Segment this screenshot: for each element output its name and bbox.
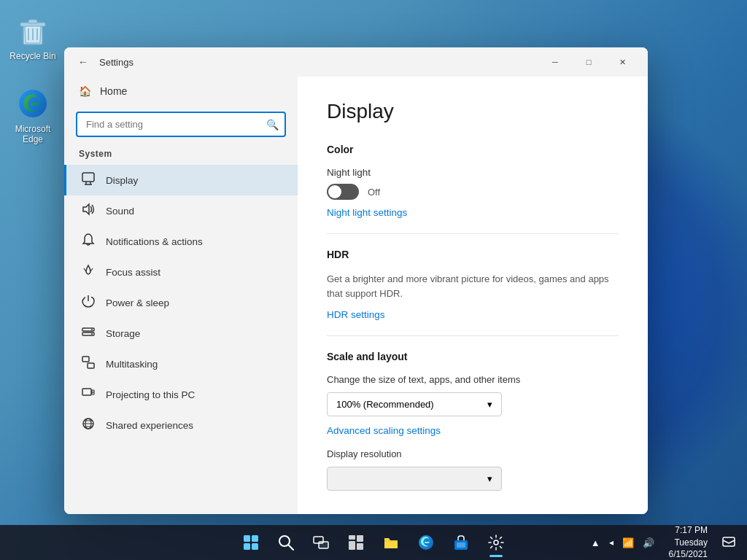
- taskbar-right: ▲ ◂ 📶 🔊 7:17 PM Tuesday 6/15/2021: [588, 521, 738, 560]
- file-explorer-button[interactable]: [375, 526, 407, 559]
- taskbar: ▲ ◂ 📶 🔊 7:17 PM Tuesday 6/15/2021: [0, 525, 747, 560]
- sidebar-item-focus[interactable]: Focus assist: [64, 257, 298, 287]
- window-title: Settings: [99, 57, 133, 68]
- settings-taskbar-button[interactable]: [480, 526, 512, 559]
- focus-icon: [81, 264, 96, 280]
- advanced-scaling-link[interactable]: Advanced scaling settings: [327, 425, 441, 436]
- svg-point-14: [91, 329, 93, 330]
- close-button[interactable]: ✕: [605, 50, 639, 74]
- main-content: Display Color Night light Off Night ligh…: [298, 77, 648, 514]
- scale-section-title: Scale and layout: [327, 351, 619, 362]
- svg-rect-35: [357, 535, 363, 542]
- projecting-label: Projecting to this PC: [106, 389, 195, 400]
- title-bar: ← Settings ─ □ ✕: [64, 47, 648, 77]
- svg-rect-18: [82, 389, 91, 395]
- svg-point-41: [494, 540, 498, 545]
- display-icon: [81, 172, 96, 188]
- search-icon: 🔍: [266, 119, 279, 131]
- recycle-bin-image: [15, 13, 50, 48]
- svg-rect-36: [349, 541, 355, 550]
- sidebar: 🏠 Home 🔍 System: [64, 77, 298, 514]
- taskbar-center: [235, 526, 512, 559]
- sidebar-item-storage[interactable]: Storage: [64, 318, 298, 349]
- sound-label: Sound: [106, 206, 134, 217]
- resolution-row: Display resolution ▾: [327, 448, 619, 491]
- home-nav-item[interactable]: 🏠 Home: [64, 77, 298, 106]
- scale-dropdown[interactable]: 100% (Recommended) ▾: [327, 392, 502, 416]
- storage-icon: [81, 325, 96, 341]
- location-icon: ◂: [606, 536, 616, 549]
- power-icon: [81, 295, 96, 311]
- desktop: Recycle Bin Microsoft Edge: [0, 0, 747, 560]
- scale-sublabel: Change the size of text, apps, and other…: [327, 374, 619, 385]
- home-icon: 🏠: [79, 85, 91, 97]
- sidebar-item-shared[interactable]: Shared experiences: [64, 410, 298, 440]
- svg-line-31: [289, 545, 294, 551]
- edge-desktop-icon[interactable]: Microsoft Edge: [4, 80, 62, 150]
- svg-rect-16: [82, 357, 89, 362]
- night-light-row: Night light Off Night light settings: [327, 167, 619, 219]
- sidebar-item-notifications[interactable]: Notifications & actions: [64, 226, 298, 257]
- storage-label: Storage: [106, 328, 140, 339]
- resolution-label: Display resolution: [327, 448, 619, 459]
- hdr-settings-link[interactable]: HDR settings: [327, 309, 385, 320]
- svg-point-15: [91, 333, 93, 335]
- recycle-bin-icon[interactable]: Recycle Bin: [4, 7, 62, 67]
- sidebar-section-title: System: [64, 146, 298, 165]
- shared-icon: [81, 417, 96, 433]
- sidebar-item-sound[interactable]: Sound: [64, 195, 298, 226]
- store-button[interactable]: [445, 526, 477, 559]
- edge-image: [15, 86, 50, 121]
- svg-rect-2: [28, 20, 37, 23]
- network-icon[interactable]: 📶: [619, 536, 637, 550]
- notifications-label: Notifications & actions: [106, 236, 203, 247]
- svg-rect-17: [88, 363, 94, 368]
- night-light-settings-link[interactable]: Night light settings: [327, 207, 407, 218]
- svg-rect-7: [82, 173, 94, 182]
- volume-icon[interactable]: 🔊: [640, 536, 657, 550]
- scale-dropdown-value: 100% (Recommended): [336, 399, 434, 410]
- widgets-button[interactable]: [340, 526, 372, 559]
- show-hidden-tray-button[interactable]: ▲: [588, 536, 603, 550]
- focus-label: Focus assist: [106, 267, 160, 278]
- home-label: Home: [100, 85, 127, 97]
- clock-date: 6/15/2021: [669, 548, 708, 560]
- edge-taskbar-button[interactable]: [410, 526, 442, 559]
- svg-marker-11: [83, 204, 89, 214]
- night-light-label: Night light: [327, 167, 619, 178]
- sidebar-item-display[interactable]: Display: [64, 165, 298, 195]
- svg-rect-28: [244, 543, 250, 550]
- svg-rect-27: [252, 535, 258, 542]
- content-area: 🏠 Home 🔍 System: [64, 77, 648, 514]
- night-light-toggle[interactable]: [327, 184, 359, 200]
- hdr-section-title: HDR: [327, 249, 619, 260]
- multitasking-label: Multitasking: [106, 359, 158, 370]
- resolution-chevron-icon: ▾: [487, 473, 492, 484]
- resolution-dropdown[interactable]: ▾: [327, 467, 502, 491]
- toggle-off-label: Off: [368, 187, 380, 198]
- start-button[interactable]: [235, 526, 267, 559]
- clock-day: Tuesday: [669, 537, 708, 549]
- minimize-button[interactable]: ─: [538, 50, 572, 74]
- search-input[interactable]: [76, 112, 286, 137]
- back-button[interactable]: ←: [73, 52, 93, 72]
- search-box: 🔍: [76, 112, 286, 137]
- sidebar-item-power[interactable]: Power & sleep: [64, 287, 298, 318]
- shared-label: Shared experiences: [106, 420, 193, 431]
- svg-rect-33: [319, 542, 328, 548]
- maximize-button[interactable]: □: [572, 50, 605, 74]
- search-taskbar-button[interactable]: [270, 526, 302, 559]
- clock-time: 7:17 PM: [669, 524, 708, 537]
- page-title: Display: [327, 100, 619, 123]
- edge-desktop-label: Microsoft Edge: [9, 124, 56, 144]
- notifications-icon: [81, 233, 96, 249]
- notification-center-button[interactable]: [719, 532, 738, 553]
- system-clock[interactable]: 7:17 PM Tuesday 6/15/2021: [663, 521, 713, 560]
- sidebar-item-multitasking[interactable]: Multitasking: [64, 349, 298, 379]
- multitasking-icon: [81, 356, 96, 372]
- svg-rect-34: [349, 535, 355, 540]
- toggle-row: Off: [327, 184, 619, 200]
- display-label: Display: [106, 175, 138, 186]
- sidebar-item-projecting[interactable]: Projecting to this PC: [64, 379, 298, 410]
- task-view-button[interactable]: [305, 526, 337, 559]
